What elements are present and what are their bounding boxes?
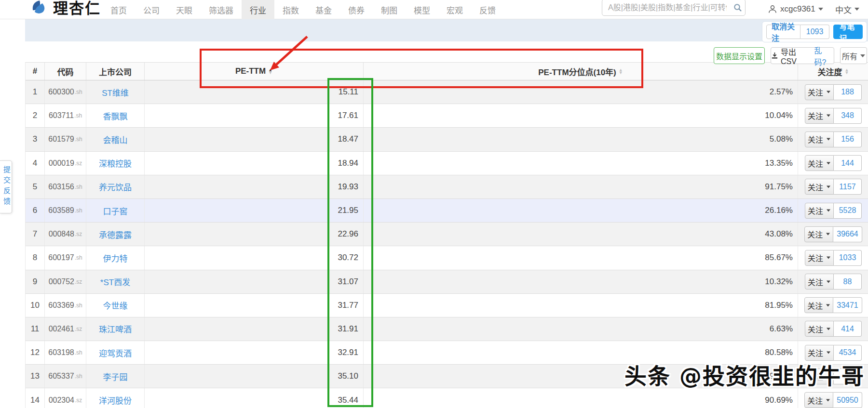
company-link[interactable]: 今世缘 <box>103 299 128 311</box>
follow-button-group: 关注 5528 <box>805 203 862 219</box>
sort-icon-pe-percentile: ▲▼ <box>619 68 623 74</box>
follower-count-button[interactable]: 1157 <box>834 179 862 195</box>
follower-count-button[interactable]: 188 <box>834 84 862 100</box>
stock-code: 000752.sz <box>45 270 86 293</box>
export-csv-label: 导出CSV <box>781 46 812 66</box>
company-link[interactable]: *ST西发 <box>100 276 130 288</box>
scope-filter-button[interactable]: 所有 <box>840 47 867 64</box>
followed-count-button[interactable]: 1093 <box>800 25 830 39</box>
follow-dropdown-button[interactable]: 关注 <box>804 226 833 242</box>
company-link[interactable]: 会稽山 <box>103 133 128 145</box>
nav-item-指数[interactable]: 指数 <box>274 0 307 19</box>
unfollow-button[interactable]: 取消关注 <box>766 25 800 39</box>
write-note-button[interactable]: 写笔记 <box>833 25 863 39</box>
company-link[interactable]: 伊力特 <box>103 252 128 264</box>
pe-ttm-value: 18.47 <box>145 128 364 151</box>
export-csv-button[interactable]: 导出CSV 乱码? <box>771 47 834 64</box>
pe-ttm-value: 21.95 <box>145 199 364 222</box>
follower-count-button[interactable]: 39664 <box>833 226 862 242</box>
table-row: 1 600300.sh ST维维 15.11 2.57% 关注 188 <box>26 80 868 104</box>
follow-dropdown-button[interactable]: 关注 <box>805 132 834 147</box>
header-pe-percentile-label: PE-TTM分位点(10年) <box>538 66 616 78</box>
chevron-down-icon <box>827 91 830 93</box>
company-link[interactable]: 迎驾贡酒 <box>99 347 132 359</box>
search-input[interactable] <box>602 3 731 12</box>
company-link[interactable]: 口子窖 <box>103 205 128 217</box>
table-row: 3 601579.sh 会稽山 18.47 5.08% 关注 156 <box>26 128 868 151</box>
follower-count-button[interactable]: 414 <box>834 321 862 337</box>
pe-ttm-value: 22.96 <box>145 223 364 246</box>
language-menu[interactable]: 中文 <box>835 0 859 18</box>
follow-dropdown-button[interactable]: 关注 <box>805 155 834 171</box>
logo-text: 理杏仁 <box>53 0 101 18</box>
sort-icon-pe-ttm: ▲▼ <box>268 68 272 74</box>
data-display-settings-button[interactable]: 数据显示设置 <box>714 47 765 64</box>
follow-dropdown-button[interactable]: 关注 <box>805 250 834 266</box>
table-row: 5 603156.sh 养元饮品 19.93 91.75% 关注 1157 <box>26 175 868 199</box>
nav-item-筛选器[interactable]: 筛选器 <box>201 0 242 19</box>
chevron-down-icon <box>827 328 830 330</box>
follow-dropdown-button[interactable]: 关注 <box>805 203 834 219</box>
garbled-help-link[interactable]: 乱码? <box>814 44 834 67</box>
row-index: 1 <box>26 80 45 104</box>
row-index: 2 <box>26 104 45 127</box>
company-link[interactable]: ST维维 <box>102 86 129 98</box>
follower-count-button[interactable]: 50950 <box>833 392 862 408</box>
pe-ttm-value: 31.91 <box>145 317 364 341</box>
follower-count-button[interactable]: 5528 <box>834 203 862 219</box>
company-link[interactable]: 洋河股份 <box>99 394 132 406</box>
pe-ttm-value: 18.94 <box>145 152 364 175</box>
company-link[interactable]: 养元饮品 <box>99 181 132 193</box>
header-pe-percentile-sortable[interactable]: PE-TTM分位点(10年) ▲▼ <box>364 63 798 80</box>
follower-count-button[interactable]: 1033 <box>834 250 862 266</box>
chevron-down-icon <box>827 210 830 212</box>
follower-count-button[interactable]: 144 <box>834 155 862 171</box>
pe-ttm-value: 15.11 <box>145 80 364 104</box>
chevron-down-icon <box>827 162 830 164</box>
follow-dropdown-button[interactable]: 关注 <box>805 84 834 100</box>
search-icon[interactable] <box>731 3 745 12</box>
row-index: 9 <box>26 270 45 293</box>
chevron-down-icon <box>818 8 823 11</box>
watermark-text: 头条 @投资很韭的牛哥 <box>624 358 865 390</box>
chevron-down-icon <box>827 185 830 188</box>
nav-item-公司[interactable]: 公司 <box>135 0 168 19</box>
table-row: 11 002461.sz 珠江啤酒 31.91 6.63% 关注 414 <box>26 317 868 341</box>
nav-item-债券[interactable]: 债券 <box>340 0 373 19</box>
follow-button-group: 关注 1033 <box>805 250 862 266</box>
follower-count-button[interactable]: 88 <box>834 274 862 290</box>
follow-dropdown-button[interactable]: 关注 <box>804 392 833 408</box>
follower-count-button[interactable]: 33471 <box>833 297 862 313</box>
row-index: 13 <box>26 365 45 388</box>
user-menu[interactable]: xcgc9361 <box>768 0 823 18</box>
company-link[interactable]: 深粮控股 <box>99 157 132 169</box>
follow-dropdown-button[interactable]: 关注 <box>805 321 834 337</box>
follow-button-group: 关注 144 <box>805 155 862 171</box>
company-link[interactable]: 珠江啤酒 <box>99 323 132 335</box>
submit-feedback-tab[interactable]: 提交反馈 <box>0 160 12 213</box>
nav-item-宏观[interactable]: 宏观 <box>438 0 471 19</box>
follow-dropdown-button[interactable]: 关注 <box>804 297 833 313</box>
follow-button-group: 关注 33471 <box>804 297 862 313</box>
stock-code: 000019.sz <box>45 152 86 175</box>
logo[interactable]: 理杏仁 <box>30 0 101 18</box>
pe-ttm-value: 31.77 <box>145 294 364 317</box>
table-row: 14 002304.sz 洋河股份 35.44 90.69% 关注 50950 <box>26 388 868 408</box>
nav-item-模型[interactable]: 模型 <box>406 0 438 19</box>
nav-item-天眼[interactable]: 天眼 <box>168 0 201 19</box>
header-pe-ttm-sortable[interactable]: PE-TTM ▲▼ <box>145 63 364 80</box>
company-link[interactable]: 香飘飘 <box>103 110 128 122</box>
company-link[interactable]: 承德露露 <box>99 228 132 240</box>
nav-item-首页[interactable]: 首页 <box>102 0 135 19</box>
follow-dropdown-button[interactable]: 关注 <box>805 108 834 124</box>
follower-count-button[interactable]: 348 <box>834 108 862 124</box>
nav-item-基金[interactable]: 基金 <box>307 0 340 19</box>
nav-item-反馈[interactable]: 反馈 <box>471 0 504 19</box>
nav-item-制图[interactable]: 制图 <box>373 0 406 19</box>
row-index: 5 <box>26 175 45 198</box>
follow-dropdown-button[interactable]: 关注 <box>805 274 834 290</box>
follow-dropdown-button[interactable]: 关注 <box>805 179 834 195</box>
nav-item-行业[interactable]: 行业 <box>242 0 274 19</box>
follower-count-button[interactable]: 156 <box>834 132 862 147</box>
company-link[interactable]: 李子园 <box>103 370 128 382</box>
